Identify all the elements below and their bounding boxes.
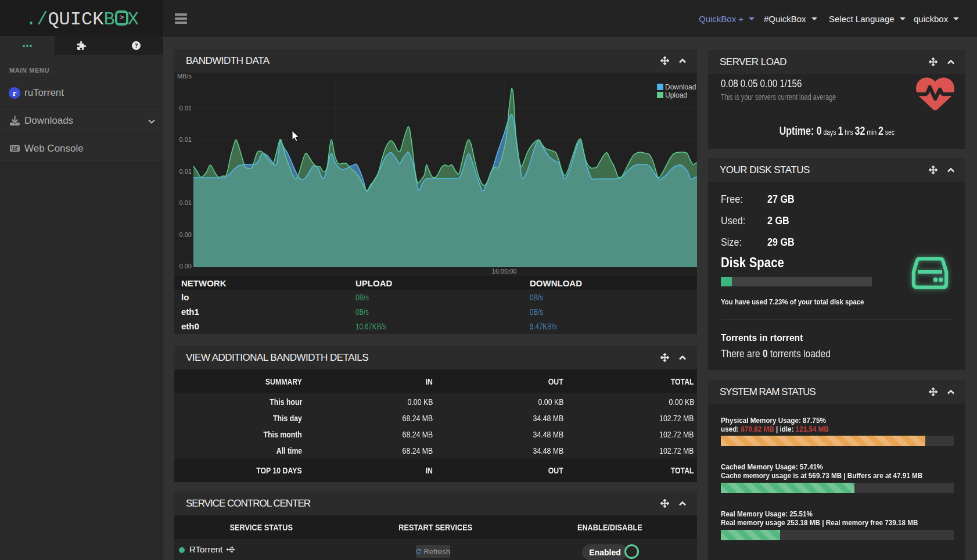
svg-text:r: r (13, 88, 17, 98)
svg-text:MB/s: MB/s (177, 73, 192, 80)
svg-text:Upload: Upload (665, 91, 687, 99)
svg-text:0.01: 0.01 (179, 136, 192, 143)
svg-text:0.00: 0.00 (179, 263, 192, 270)
svg-text:0.01: 0.01 (179, 105, 192, 112)
svg-text:0.01: 0.01 (179, 199, 192, 206)
svg-text:0.00: 0.00 (179, 231, 192, 238)
svg-text:0.01: 0.01 (179, 168, 192, 175)
svg-text:Download: Download (665, 83, 696, 91)
svg-text:16:05:00: 16:05:00 (492, 268, 517, 275)
